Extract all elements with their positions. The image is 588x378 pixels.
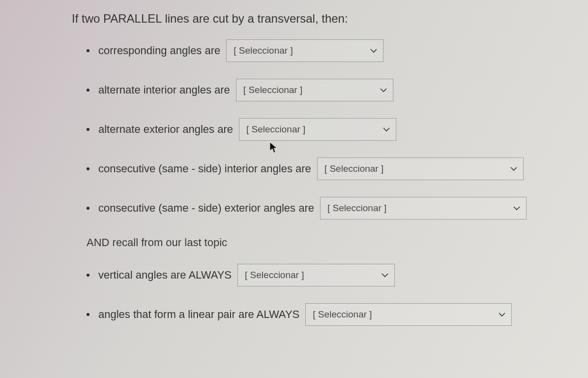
select-consec-exterior[interactable]: [ Seleccionar ]: [320, 197, 527, 220]
select-alt-exterior[interactable]: [ Seleccionar ]: [239, 118, 396, 141]
select-alt-interior[interactable]: [ Seleccionar ]: [236, 79, 393, 101]
select-consec-interior[interactable]: [ Seleccionar ]: [317, 158, 524, 180]
list-item: angles that form a linear pair are ALWAY…: [87, 303, 568, 326]
select-placeholder: [ Seleccionar ]: [246, 124, 305, 135]
list-item: consecutive (same - side) exterior angle…: [87, 197, 568, 220]
statement-label: vertical angles are ALWAYS: [98, 269, 232, 282]
statement-label: consecutive (same - side) interior angle…: [98, 162, 311, 175]
select-vertical[interactable]: [ Seleccionar ]: [237, 264, 395, 286]
chevron-down-icon: [370, 47, 377, 54]
question-heading: If two PARALLEL lines are cut by a trans…: [72, 12, 568, 26]
select-placeholder: [ Seleccionar ]: [243, 85, 302, 95]
recall-subheading: AND recall from our last topic: [87, 236, 568, 249]
list-item: consecutive (same - side) interior angle…: [87, 158, 568, 180]
statement-label: corresponding angles are: [98, 44, 220, 57]
list-item: corresponding angles are [ Seleccionar ]: [87, 39, 568, 62]
select-placeholder: [ Seleccionar ]: [234, 45, 293, 56]
question-body: If two PARALLEL lines are cut by a trans…: [0, 0, 588, 362]
list-item: alternate interior angles are [ Seleccio…: [87, 79, 568, 101]
select-placeholder: [ Seleccionar ]: [324, 163, 383, 174]
select-placeholder: [ Seleccionar ]: [313, 309, 372, 320]
select-placeholder: [ Seleccionar ]: [245, 270, 304, 281]
list-item: vertical angles are ALWAYS [ Seleccionar…: [87, 264, 568, 286]
statement-label: alternate exterior angles are: [98, 123, 233, 136]
statement-label: alternate interior angles are: [98, 84, 230, 96]
chevron-down-icon: [513, 205, 520, 212]
chevron-down-icon: [383, 126, 390, 133]
select-linear-pair[interactable]: [ Seleccionar ]: [305, 303, 512, 326]
statement-label: consecutive (same - side) exterior angle…: [98, 202, 314, 215]
chevron-down-icon: [510, 165, 517, 172]
chevron-down-icon: [382, 272, 388, 279]
list-item: alternate exterior angles are [ Seleccio…: [87, 118, 568, 141]
angle-statement-list: corresponding angles are [ Seleccionar ]…: [72, 39, 568, 220]
chevron-down-icon: [380, 87, 387, 94]
recall-statement-list: vertical angles are ALWAYS [ Seleccionar…: [72, 264, 568, 326]
select-placeholder: [ Seleccionar ]: [327, 203, 386, 214]
statement-label: angles that form a linear pair are ALWAY…: [98, 308, 299, 321]
chevron-down-icon: [499, 311, 505, 318]
select-corresponding[interactable]: [ Seleccionar ]: [226, 39, 383, 62]
